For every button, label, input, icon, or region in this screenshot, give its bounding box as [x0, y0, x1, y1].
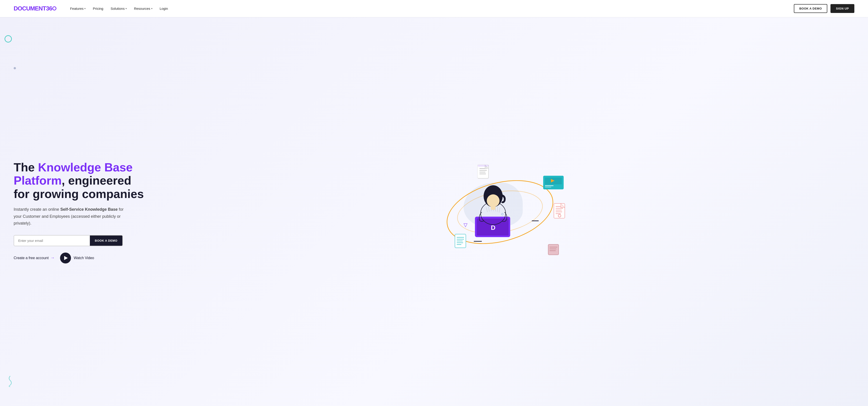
hero-content: The Knowledge Base Platform, engineered … — [14, 161, 150, 263]
svg-line-24 — [489, 206, 489, 212]
floating-document-1 — [477, 164, 490, 179]
nav-links: Features ▾ Pricing Solutions ▾ Resources… — [70, 7, 794, 10]
play-video-button[interactable] — [60, 252, 71, 264]
book-demo-inline-button[interactable]: BOOK A DEMO — [90, 236, 122, 246]
floating-document-2 — [553, 203, 566, 219]
svg-line-29 — [499, 208, 500, 212]
arrow-right-icon: → — [51, 256, 55, 260]
squiggle-decoration — [7, 376, 14, 389]
dash-decoration-2 — [474, 241, 482, 242]
nav-features[interactable]: Features ▾ — [70, 7, 86, 10]
hero-title: The Knowledge Base Platform, engineered … — [14, 161, 150, 201]
triangle-decoration: ▽ — [464, 222, 467, 228]
nav-solutions[interactable]: Solutions ▾ — [111, 7, 127, 10]
svg-text:D: D — [491, 224, 495, 231]
chevron-down-icon: ▾ — [84, 7, 86, 10]
watch-video-group: Watch Video — [60, 252, 94, 264]
hero-description: Instantly create an online Self-Service … — [14, 206, 132, 227]
email-form: BOOK A DEMO — [14, 235, 123, 246]
svg-rect-12 — [554, 203, 565, 218]
chevron-down-icon: ▾ — [151, 7, 152, 10]
dash-decoration-1 — [532, 221, 539, 221]
hero-cta-row: Create a free account → Watch Video — [14, 252, 150, 264]
svg-point-33 — [487, 194, 499, 207]
person-with-laptop: D — [468, 180, 514, 235]
teal-circle-decoration — [5, 35, 12, 42]
book-demo-nav-button[interactable]: BOOK A DEMO — [794, 4, 827, 13]
svg-line-23 — [486, 208, 488, 212]
svg-rect-40 — [548, 244, 559, 255]
site-logo[interactable]: DOCUMENT36 — [14, 5, 56, 12]
floating-video-thumbnail — [543, 176, 561, 188]
illustration-container: ▽ ◇ ✕ — [436, 153, 568, 271]
dot-decoration — [14, 67, 16, 69]
navbar: DOCUMENT36 Features ▾ Pricing Solutions … — [0, 0, 868, 17]
svg-line-28 — [497, 207, 498, 212]
watch-video-label: Watch Video — [74, 256, 94, 260]
create-account-link[interactable]: Create a free account → — [14, 256, 55, 260]
nav-login[interactable]: Login — [160, 7, 168, 10]
svg-rect-6 — [478, 165, 489, 167]
nav-resources[interactable]: Resources ▾ — [134, 7, 152, 10]
email-input[interactable] — [14, 236, 90, 246]
nav-actions: BOOK A DEMO SIGN UP — [794, 4, 854, 13]
chevron-down-icon: ▾ — [126, 7, 127, 10]
nav-pricing[interactable]: Pricing — [93, 7, 103, 10]
floating-document-3 — [455, 234, 467, 248]
hero-illustration: ▽ ◇ ✕ — [150, 153, 854, 271]
floating-pink-square — [548, 244, 559, 255]
play-icon — [64, 256, 68, 260]
signup-button[interactable]: SIGN UP — [831, 4, 854, 13]
hero-section: The Knowledge Base Platform, engineered … — [0, 17, 868, 406]
